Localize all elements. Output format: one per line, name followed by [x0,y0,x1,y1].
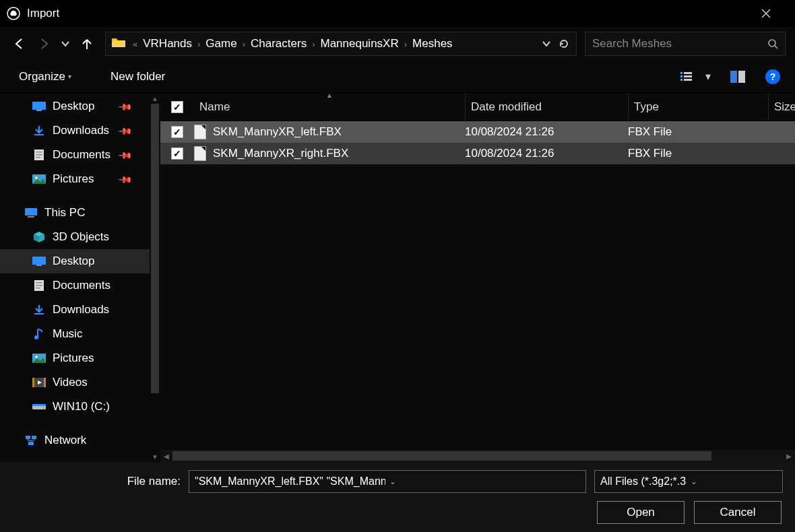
open-button[interactable]: Open [597,501,685,524]
sidebar-item-desktop-pc[interactable]: Desktop [0,249,150,273]
nav-up-button[interactable] [77,34,97,54]
navbar: « VRHands › Game › Characters › Mannequi… [0,27,795,61]
main-area: Desktop 📌 Downloads 📌 Documents 📌 Pictur… [0,93,795,462]
sidebar-scrollbar[interactable]: ▲ ▼ [150,93,160,462]
svg-rect-33 [32,378,34,387]
sidebar-item-pictures[interactable]: Pictures 📌 [0,167,150,191]
row-checkbox[interactable] [160,147,194,160]
sidebar-item-music[interactable]: Music [0,322,150,346]
svg-rect-5 [680,79,682,81]
sidebar-item-network[interactable]: Network [0,428,150,453]
file-name: SKM_MannyXR_left.FBX [213,125,342,139]
chevron-right-icon: › [308,39,319,49]
file-name: SKM_MannyXR_right.FBX [213,147,348,160]
sidebar-item-downloads[interactable]: Downloads 📌 [0,119,150,143]
svg-rect-28 [34,313,44,314]
new-folder-button[interactable]: New folder [106,67,169,86]
chevron-down-icon[interactable]: ⌄ [687,477,777,486]
sidebar-item-desktop[interactable]: Desktop 📌 [0,94,150,119]
svg-rect-3 [680,72,682,74]
sidebar-item-3dobjects[interactable]: 3D Objects [0,225,150,249]
file-filter-select[interactable]: All Files (*.3g2;*.3gp;*.3gpp;*.3gpp2;..… [594,470,783,493]
sidebar-item-videos[interactable]: Videos [0,370,150,395]
horizontal-scrollbar[interactable]: ◀ ▶ [160,450,795,462]
nav-forward-button[interactable] [34,34,54,54]
cancel-button[interactable]: Cancel [694,501,782,524]
sidebar-item-thispc[interactable]: This PC [0,201,150,225]
sidebar-item-label: Desktop [53,100,94,113]
nav-recent-dropdown[interactable] [58,34,73,54]
scroll-right-icon[interactable]: ▶ [783,453,795,460]
search-box[interactable] [585,32,786,56]
scroll-track[interactable] [150,104,160,451]
pin-icon: 📌 [117,123,133,138]
column-size[interactable]: Size [768,93,795,121]
filter-value: All Files (*.3g2;*.3gp;*.3gpp;*.3gpp2;..… [600,475,687,488]
sidebar-item-documents-pc[interactable]: Documents [0,273,150,298]
view-mode-button[interactable] [678,67,698,87]
search-icon[interactable] [767,38,778,49]
sidebar-item-label: Documents [53,279,110,292]
breadcrumb-dropdown[interactable] [538,40,554,48]
nav-back-button[interactable] [9,34,30,54]
search-input[interactable] [592,37,767,51]
sidebar-item-pictures-pc[interactable]: Pictures [0,346,150,370]
file-icon [194,146,206,161]
svg-rect-4 [680,75,682,77]
breadcrumb-overflow[interactable]: « [129,39,141,49]
select-all-checkbox[interactable] [160,101,194,113]
scroll-thumb[interactable] [172,451,711,461]
sidebar-list: Desktop 📌 Downloads 📌 Documents 📌 Pictur… [0,93,150,462]
help-button[interactable]: ? [765,69,780,84]
sidebar-item-label: WIN10 (C:) [53,400,110,413]
sidebar-item-documents[interactable]: Documents 📌 [0,143,150,167]
scroll-thumb[interactable] [151,104,159,393]
sidebar-item-label: This PC [44,206,85,220]
close-button[interactable] [761,9,788,18]
column-date[interactable]: Date modified [465,93,628,121]
file-date: 10/08/2024 21:26 [465,147,628,160]
music-icon [32,329,46,339]
column-label: Date modified [471,100,542,114]
breadcrumb-item[interactable]: Meshes [411,36,454,52]
file-row[interactable]: SKM_MannyXR_left.FBX 10/08/2024 21:26 FB… [160,121,795,143]
breadcrumb[interactable]: « VRHands › Game › Characters › Mannequi… [105,32,577,56]
scroll-up-icon[interactable]: ▲ [150,93,160,104]
unreal-logo-icon [7,7,20,20]
videos-icon [32,377,46,388]
breadcrumb-item[interactable]: VRHands [141,36,193,52]
scroll-track[interactable] [172,450,783,462]
scroll-left-icon[interactable]: ◀ [160,453,172,460]
organize-menu[interactable]: Organize▾ [15,67,75,86]
preview-pane-button[interactable] [728,67,748,87]
breadcrumb-item[interactable]: MannequinsXR [319,36,400,52]
column-headers: Name▲ Date modified Type Size [160,93,795,121]
caret-down-icon: ▾ [68,73,71,80]
import-dialog: Import « VRHands › Game › Characters › M… [0,0,795,532]
file-row[interactable]: SKM_MannyXR_right.FBX 10/08/2024 21:26 F… [160,143,795,164]
chevron-down-icon[interactable]: ⌄ [385,477,580,486]
cube-icon [32,232,46,242]
view-mode-dropdown[interactable]: ▾ [703,67,713,87]
svg-rect-34 [44,378,46,387]
breadcrumb-item[interactable]: Game [204,36,238,52]
pin-icon: 📌 [117,171,133,187]
filename-input[interactable]: "SKM_MannyXR_left.FBX" "SKM_MannyXR_righ… [189,470,586,493]
svg-point-29 [34,335,38,339]
sidebar-item-label: Downloads [53,303,109,317]
refresh-button[interactable] [554,38,573,49]
sidebar-item-label: Pictures [53,172,94,186]
svg-rect-36 [32,404,46,406]
breadcrumb-item[interactable]: Characters [249,36,308,52]
document-icon [32,280,46,291]
sidebar-item-label: Music [53,327,82,341]
sidebar-item-label: Downloads [53,124,109,137]
row-checkbox[interactable] [160,126,194,138]
column-type[interactable]: Type [628,93,768,121]
sidebar-item-drive-c[interactable]: WIN10 (C:) [0,395,150,419]
column-name[interactable]: Name▲ [194,93,465,121]
scroll-down-icon[interactable]: ▼ [150,451,160,462]
sidebar-item-downloads-pc[interactable]: Downloads [0,298,150,322]
sidebar: Desktop 📌 Downloads 📌 Documents 📌 Pictur… [0,93,160,462]
svg-point-2 [769,40,775,46]
